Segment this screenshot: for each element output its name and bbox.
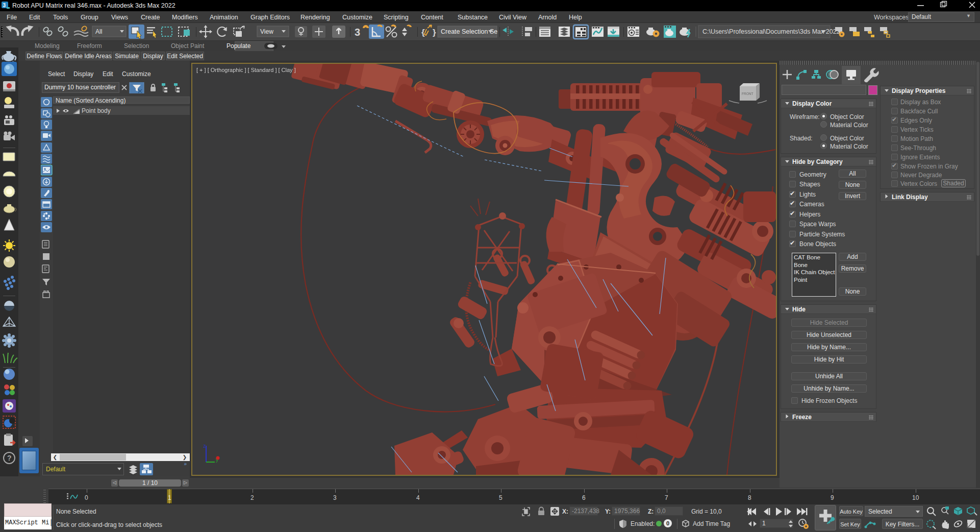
svg-text:{: { — [421, 28, 425, 37]
svg-text:}: } — [433, 28, 436, 37]
svg-text:Create Selection Se: Create Selection Se — [441, 28, 497, 35]
svg-text:?: ? — [7, 454, 12, 462]
svg-text:3: 3 — [355, 27, 360, 38]
svg-text:All: All — [95, 28, 102, 35]
svg-text:FRONT: FRONT — [742, 92, 753, 95]
svg-text:View: View — [260, 28, 273, 35]
svg-text:C:\Users\Professional\Document: C:\Users\Professional\Documents\3ds Max … — [702, 28, 840, 35]
svg-text:z: z — [203, 443, 206, 449]
svg-text:3: 3 — [3, 3, 6, 8]
